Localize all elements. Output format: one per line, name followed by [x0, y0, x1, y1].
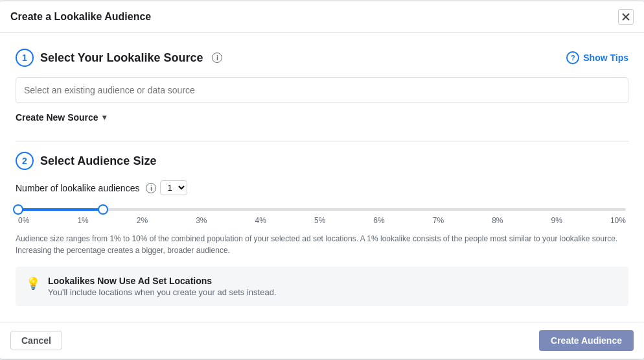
slider-track: [18, 208, 626, 211]
create-new-source-button[interactable]: Create New Source ▾: [16, 110, 106, 125]
cancel-button[interactable]: Cancel: [10, 331, 62, 350]
step-2-circle: 2: [16, 152, 34, 170]
create-audience-button[interactable]: Create Audience: [539, 330, 634, 351]
audience-size-row: Number of lookalike audiences i 1 2 3 4 …: [16, 180, 628, 195]
create-new-source-label: Create New Source: [16, 112, 98, 123]
slider-label-3: 3%: [196, 216, 207, 225]
slider-label-9: 9%: [551, 216, 562, 225]
section-1-title: Select Your Lookalike Source: [40, 51, 203, 65]
slider-thumb-right[interactable]: [98, 204, 108, 215]
source-input[interactable]: [16, 77, 628, 103]
section-divider: [16, 141, 628, 141]
info-box: 💡 Lookalikes Now Use Ad Set Locations Yo…: [16, 267, 628, 306]
modal-body: 1 Select Your Lookalike Source i ? Show …: [0, 33, 644, 306]
section-1-title-group: 1 Select Your Lookalike Source i: [16, 49, 222, 67]
modal-container: Create a Lookalike Audience 1 Select You…: [0, 1, 644, 359]
slider-container: 0% 1% 2% 3% 4% 5% 6% 7% 8% 9% 10%: [16, 208, 628, 225]
number-select[interactable]: 1 2 3 4 5: [160, 180, 187, 195]
slider-label-2: 2%: [137, 216, 148, 225]
bulb-icon: 💡: [26, 276, 40, 291]
section-1-info-icon[interactable]: i: [212, 53, 222, 63]
close-icon: [622, 13, 630, 21]
section-2-title: Select Audience Size: [40, 154, 156, 168]
slider-label-4: 4%: [255, 216, 266, 225]
modal-footer: Cancel Create Audience: [0, 322, 644, 359]
slider-thumb-left[interactable]: [13, 204, 23, 215]
section-1: 1 Select Your Lookalike Source i ? Show …: [16, 49, 628, 125]
modal-header: Create a Lookalike Audience: [0, 1, 644, 33]
info-box-text: You'll include locations when you create…: [48, 287, 277, 297]
step-1-circle: 1: [16, 49, 34, 67]
tips-circle-icon: ?: [566, 51, 579, 64]
slider-label-8: 8%: [492, 216, 503, 225]
section-2: 2 Select Audience Size Number of lookali…: [16, 152, 628, 306]
dropdown-arrow-icon: ▾: [102, 113, 106, 122]
section-1-header: 1 Select Your Lookalike Source i ? Show …: [16, 49, 628, 67]
slider-description: Audience size ranges from 1% to 10% of t…: [16, 233, 628, 256]
modal-title: Create a Lookalike Audience: [10, 11, 151, 23]
slider-label-1: 1%: [77, 216, 88, 225]
slider-label-10: 10%: [610, 216, 626, 225]
show-tips-label: Show Tips: [583, 53, 628, 63]
slider-label-0: 0%: [18, 216, 29, 225]
slider-label-5: 5%: [314, 216, 325, 225]
close-button[interactable]: [618, 9, 634, 25]
slider-label-6: 6%: [373, 216, 384, 225]
show-tips-button[interactable]: ? Show Tips: [566, 51, 628, 64]
slider-fill: [18, 208, 103, 211]
info-box-content: Lookalikes Now Use Ad Set Locations You'…: [48, 276, 277, 297]
number-info-icon[interactable]: i: [146, 183, 156, 193]
slider-labels: 0% 1% 2% 3% 4% 5% 6% 7% 8% 9% 10%: [18, 216, 626, 225]
slider-label-7: 7%: [433, 216, 444, 225]
info-box-title: Lookalikes Now Use Ad Set Locations: [48, 276, 277, 286]
number-label: Number of lookalike audiences: [16, 183, 139, 193]
section-2-title-group: 2 Select Audience Size: [16, 152, 628, 170]
